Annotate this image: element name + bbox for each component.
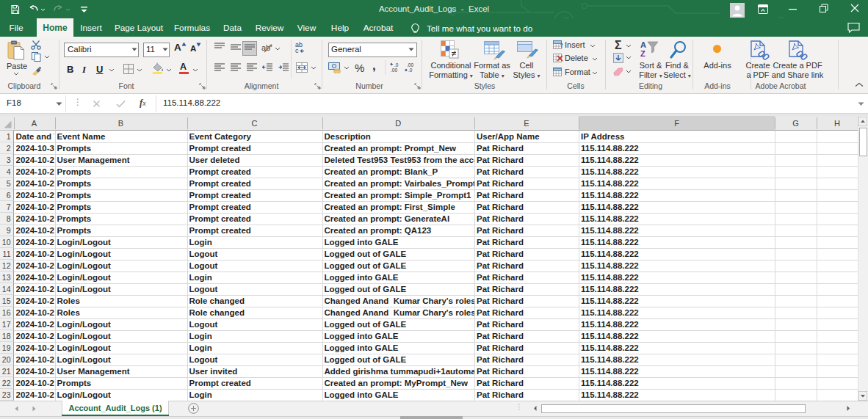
svg-text:Z: Z <box>640 49 645 58</box>
svg-text:.0: .0 <box>394 62 399 68</box>
svg-text:c: c <box>295 47 299 54</box>
svg-text:A: A <box>640 40 646 49</box>
svg-text:.00: .00 <box>391 68 397 73</box>
svg-text:.0: .0 <box>408 68 413 73</box>
svg-text:.00: .00 <box>407 62 413 68</box>
